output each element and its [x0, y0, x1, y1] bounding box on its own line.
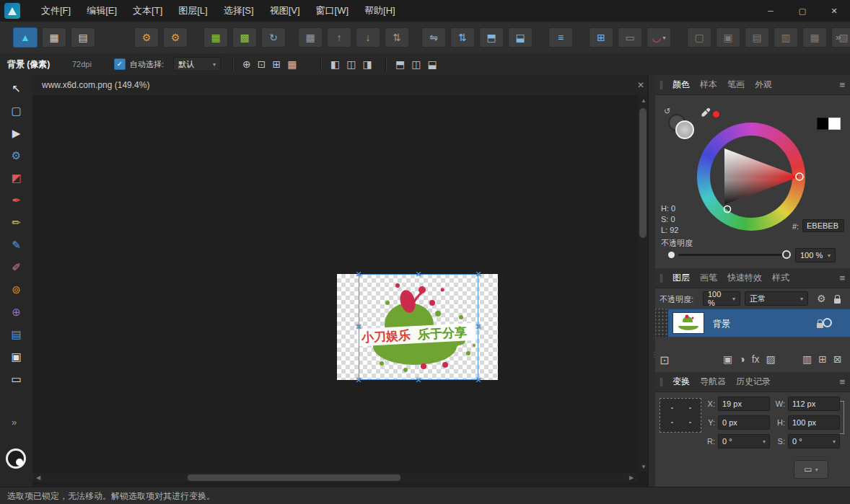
menu-layer[interactable]: 图层[L]	[170, 0, 215, 22]
panel-menu-icon[interactable]: ≡	[839, 79, 845, 90]
flip-horizontal-button[interactable]: ⇋	[421, 27, 446, 48]
align-bottom-icon[interactable]: ⬓	[427, 58, 437, 70]
black-swatch[interactable]	[817, 118, 829, 130]
layer-effects-icon[interactable]: fx	[752, 353, 760, 365]
selection-handle[interactable]: ✕	[475, 322, 481, 332]
preferences-button[interactable]: ⚙	[163, 27, 188, 48]
toolbar-overflow-icon[interactable]: »	[836, 32, 841, 43]
document-tab-close-icon[interactable]: ✕	[634, 75, 648, 95]
tab-swatches[interactable]: 样本	[700, 79, 717, 91]
selection-handle[interactable]: ✕	[355, 322, 362, 332]
selection-handle[interactable]: ✕	[355, 376, 362, 385]
menu-help[interactable]: 帮助[H]	[356, 0, 403, 22]
gradient-tool[interactable]: ◩	[6, 172, 27, 185]
eyedropper-icon[interactable]	[700, 107, 711, 118]
tab-transform[interactable]: 变换	[672, 376, 690, 388]
move-forward-button[interactable]: ↑	[327, 27, 351, 48]
flip-vertical-button[interactable]: ⇅	[450, 27, 475, 48]
healing-tool[interactable]: ⊕	[6, 306, 27, 319]
panel-drag-handle-icon[interactable]: ║	[659, 81, 664, 89]
send-backward-button[interactable]: ⬓	[508, 27, 533, 48]
menu-text[interactable]: 文本[T]	[125, 0, 170, 22]
vertical-scroll-thumb[interactable]	[639, 108, 647, 238]
snap-grid-button[interactable]: ▦	[203, 27, 228, 48]
saturation-triangle[interactable]	[697, 123, 805, 231]
pixel-persona-button[interactable]: ▦	[42, 27, 66, 48]
tab-styles[interactable]: 样式	[772, 272, 789, 284]
close-button[interactable]: ✕	[818, 0, 850, 22]
transform-origin-icon[interactable]: ⊕	[242, 58, 251, 70]
designer-persona-button[interactable]: ▲	[13, 27, 38, 48]
menu-file[interactable]: 文件[F]	[33, 0, 79, 22]
force-pixel-alignment-button[interactable]: ▩	[232, 27, 257, 48]
delete-layer-icon[interactable]: ⊠	[833, 353, 842, 365]
toolbar-extra-4[interactable]: ▥	[774, 27, 798, 48]
horizontal-scroll-thumb[interactable]	[188, 474, 400, 481]
menu-edit[interactable]: 编辑[E]	[79, 0, 125, 22]
live-filter-icon[interactable]: ▨	[766, 353, 776, 365]
selection-box-icon[interactable]: ⊡	[258, 58, 266, 70]
tab-stroke[interactable]: 笔画	[727, 79, 745, 91]
tab-history[interactable]: 历史记录	[736, 376, 771, 388]
move-tool[interactable]: ↖	[6, 82, 27, 95]
selection-handle[interactable]: ✕	[415, 270, 421, 279]
white-swatch[interactable]	[828, 118, 841, 130]
panel-menu-icon[interactable]: ≡	[839, 273, 845, 283]
selection-handle[interactable]: ✕	[415, 376, 421, 385]
insert-behind-button[interactable]: ▭	[618, 27, 642, 48]
marquee-tool[interactable]: ▢	[6, 105, 27, 118]
opacity-slider-min-dot[interactable]	[668, 252, 675, 258]
move-backward-button[interactable]: ↓	[356, 27, 380, 48]
add-layer-icon[interactable]: ⊞	[818, 353, 827, 365]
swap-colors-icon[interactable]: ↺	[664, 107, 670, 116]
selection-handle[interactable]: ✕	[475, 270, 481, 279]
align-center-icon[interactable]: ◫	[346, 58, 356, 70]
panel-drag-handle-icon[interactable]: ║	[659, 378, 664, 386]
color-opacity-dropdown[interactable]: 100 %	[795, 248, 836, 262]
primary-color-circle[interactable]	[675, 120, 694, 139]
tab-color[interactable]: 颜色	[672, 79, 690, 91]
layer-options-gear-icon[interactable]: ⚙	[817, 293, 826, 304]
menu-select[interactable]: 选择[S]	[216, 0, 262, 22]
document-tab[interactable]: www.x6d.com.png (149.4%)	[42, 75, 149, 95]
toolbar-extra-3[interactable]: ▤	[745, 27, 769, 48]
tab-quick-fx[interactable]: 快速特效	[727, 272, 762, 284]
scroll-left-icon[interactable]: ◀	[36, 474, 40, 481]
toolbar-extra-2[interactable]: ▣	[716, 27, 740, 48]
align-top-icon[interactable]: ⬒	[395, 58, 405, 70]
scroll-right-icon[interactable]: ▶	[629, 474, 634, 481]
layer-name[interactable]: 背景	[713, 318, 730, 330]
selection-handle[interactable]: ✕	[355, 270, 362, 279]
rotation-snap-button[interactable]: ↻	[261, 27, 286, 48]
toolbar-extra-1[interactable]: ▢	[687, 27, 711, 48]
brush-tool[interactable]: ✎	[6, 239, 27, 252]
corner-tool[interactable]: ⚙	[6, 149, 27, 162]
align-left-icon[interactable]: ◧	[330, 58, 340, 70]
autoselect-dropdown[interactable]: 默认	[173, 57, 221, 71]
clone-stamp-tool[interactable]: ⊚	[6, 283, 27, 296]
alignment-button[interactable]: ≡	[548, 27, 573, 48]
shape-tool[interactable]: ▭	[6, 373, 27, 386]
selection-bounds[interactable]	[359, 274, 478, 380]
duplicate-layer-icon[interactable]: ⊡	[660, 353, 669, 367]
tool-rail-overflow-icon[interactable]: »	[12, 417, 17, 428]
selection-handle[interactable]: ✕	[475, 376, 481, 385]
pen-tool[interactable]: ✒	[6, 194, 27, 207]
panel-menu-icon[interactable]: ≡	[839, 376, 845, 387]
opacity-slider-track[interactable]	[678, 254, 782, 256]
selection-tool[interactable]: ▶	[6, 127, 27, 140]
layer-thumbnail[interactable]	[672, 312, 704, 334]
maximize-button[interactable]: ▢	[787, 0, 818, 22]
scroll-down-icon[interactable]: ▼	[641, 464, 647, 470]
blend-mode-dropdown[interactable]: 正常	[745, 291, 808, 306]
tab-appearance[interactable]: 外观	[755, 79, 772, 91]
show-grid-icon[interactable]: ▦	[287, 58, 297, 70]
hex-input[interactable]: EBEBEB	[802, 219, 844, 232]
move-swap-button[interactable]: ⇅	[385, 27, 409, 48]
document-setup-button[interactable]: ⚙	[134, 27, 159, 48]
scroll-up-icon[interactable]: ▲	[641, 97, 647, 104]
layers-opacity-dropdown[interactable]: 100 %	[703, 291, 740, 306]
mask-layer-icon[interactable]: ▣	[723, 353, 732, 365]
minimize-button[interactable]: ─	[755, 0, 787, 22]
export-persona-button[interactable]: ▤	[71, 27, 95, 48]
